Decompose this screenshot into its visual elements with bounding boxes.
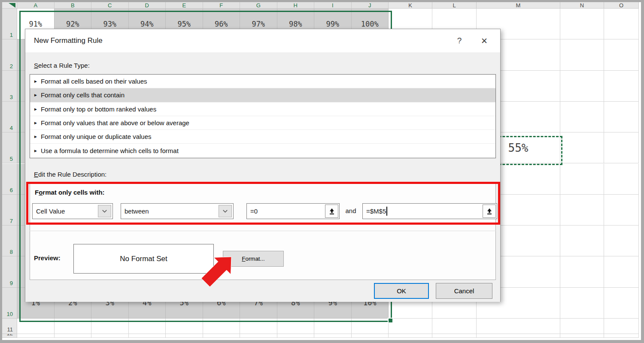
column-header-N[interactable]: N xyxy=(560,2,604,9)
column-header-H[interactable]: H xyxy=(277,2,315,9)
cell-G11[interactable] xyxy=(240,319,277,334)
cell-K11[interactable] xyxy=(389,319,432,334)
row-header-11[interactable]: 11 xyxy=(2,319,17,334)
format-button[interactable]: Format... xyxy=(223,251,284,267)
chevron-down-icon[interactable] xyxy=(219,205,232,217)
chevron-down-icon[interactable] xyxy=(98,205,111,217)
cell-N12[interactable] xyxy=(560,334,604,338)
rule-type-item-4[interactable]: ►Format only unique or duplicate values xyxy=(30,130,495,144)
rule-type-item-3[interactable]: ►Format only values that are above or be… xyxy=(30,116,495,130)
cell-J12[interactable] xyxy=(352,334,389,338)
cell-H12[interactable] xyxy=(277,334,315,338)
operand-dropdown[interactable]: Cell Value xyxy=(32,203,113,219)
column-header-B[interactable]: B xyxy=(55,2,92,9)
rule-type-item-1[interactable]: ►Format only cells that contain xyxy=(30,88,495,102)
cancel-button[interactable]: Cancel xyxy=(436,283,492,299)
max-value-input[interactable]: =$M$5 xyxy=(362,203,497,219)
min-value-input[interactable]: =0 xyxy=(246,203,340,219)
cell-O12[interactable] xyxy=(604,334,639,338)
select-all-corner[interactable] xyxy=(2,2,17,9)
cell-O8[interactable] xyxy=(604,226,639,256)
cell-F12[interactable] xyxy=(203,334,240,338)
cell-M11[interactable] xyxy=(477,319,560,334)
cell-E12[interactable] xyxy=(166,334,203,338)
cell-D11[interactable] xyxy=(129,319,166,334)
rule-type-item-2[interactable]: ►Format only top or bottom ranked values xyxy=(30,102,495,116)
column-header-L[interactable]: L xyxy=(432,2,477,9)
cell-M12[interactable] xyxy=(477,334,560,338)
cell-I12[interactable] xyxy=(314,334,352,338)
cell-N5[interactable] xyxy=(560,132,604,163)
close-icon[interactable]: ✕ xyxy=(474,34,494,47)
collapse-dialog-icon[interactable] xyxy=(483,205,496,218)
cell-L12[interactable] xyxy=(432,334,477,338)
cell-K12[interactable] xyxy=(389,334,432,338)
row-header-6[interactable]: 6 xyxy=(2,164,17,195)
rule-type-item-0[interactable]: ►Format all cells based on their values xyxy=(30,75,495,88)
row-header-10[interactable]: 10 xyxy=(2,288,17,319)
column-header-M[interactable]: M xyxy=(477,2,560,9)
cell-N6[interactable] xyxy=(560,164,604,195)
cell-E11[interactable] xyxy=(166,319,203,334)
column-header-D[interactable]: D xyxy=(129,2,166,9)
row-header-9[interactable]: 9 xyxy=(2,256,17,287)
row-header-4[interactable]: 4 xyxy=(2,102,17,132)
cell-A11[interactable] xyxy=(17,319,55,334)
operator-dropdown[interactable]: between xyxy=(121,203,234,219)
ok-button[interactable]: OK xyxy=(374,283,429,299)
cell-O3[interactable] xyxy=(604,71,639,102)
cell-N3[interactable] xyxy=(560,71,604,102)
cell-C11[interactable] xyxy=(91,319,129,334)
cell-L11[interactable] xyxy=(432,319,477,334)
row-header-1[interactable]: 1 xyxy=(2,9,17,39)
row-header-8[interactable]: 8 xyxy=(2,226,17,256)
cell-B11[interactable] xyxy=(55,319,92,334)
cell-B12[interactable] xyxy=(55,334,92,338)
cell-O1[interactable] xyxy=(604,9,639,39)
row-header-3[interactable]: 3 xyxy=(2,71,17,102)
cell-O11[interactable] xyxy=(604,319,639,334)
row-header-2[interactable]: 2 xyxy=(2,39,17,70)
rule-type-item-5[interactable]: ►Use a formula to determine which cells … xyxy=(30,144,495,157)
cell-O4[interactable] xyxy=(604,102,639,132)
cell-F11[interactable] xyxy=(203,319,240,334)
cell-O10[interactable] xyxy=(604,288,639,319)
cell-O6[interactable] xyxy=(604,164,639,195)
column-header-G[interactable]: G xyxy=(240,2,277,9)
cell-A12[interactable] xyxy=(17,334,55,338)
column-header-C[interactable]: C xyxy=(91,2,129,9)
column-header-I[interactable]: I xyxy=(314,2,352,9)
cell-I11[interactable] xyxy=(314,319,352,334)
column-header-O[interactable]: O xyxy=(604,2,639,9)
row-header-12[interactable]: 12 xyxy=(2,334,17,338)
column-header-K[interactable]: K xyxy=(389,2,432,9)
cell-O2[interactable] xyxy=(604,39,639,70)
cell-O9[interactable] xyxy=(604,256,639,287)
column-header-E[interactable]: E xyxy=(166,2,203,9)
row-header-5[interactable]: 5 xyxy=(2,132,17,163)
cell-O5[interactable] xyxy=(604,132,639,163)
cell-N4[interactable] xyxy=(560,102,604,132)
rule-type-listbox[interactable]: ►Format all cells based on their values►… xyxy=(30,74,496,158)
row-header-7[interactable]: 7 xyxy=(2,195,17,226)
column-header-A[interactable]: A xyxy=(17,2,55,9)
cell-N10[interactable] xyxy=(560,288,604,319)
cell-O7[interactable] xyxy=(604,195,639,226)
cell-H11[interactable] xyxy=(277,319,315,334)
cell-N11[interactable] xyxy=(560,319,604,334)
cell-G12[interactable] xyxy=(240,334,277,338)
cell-N1[interactable] xyxy=(560,9,604,39)
cell-J11[interactable] xyxy=(352,319,389,334)
collapse-dialog-icon[interactable] xyxy=(325,205,338,218)
cell-N2[interactable] xyxy=(560,39,604,70)
cell-N9[interactable] xyxy=(560,256,604,287)
column-header-J[interactable]: J xyxy=(352,2,389,9)
cell-C12[interactable] xyxy=(91,334,129,338)
column-header-F[interactable]: F xyxy=(203,2,240,9)
cell-N7[interactable] xyxy=(560,195,604,226)
help-button[interactable]: ? xyxy=(450,34,469,47)
fill-handle[interactable] xyxy=(388,318,393,323)
dialog-titlebar: New Formatting Rule ? ✕ xyxy=(25,29,500,52)
cell-N8[interactable] xyxy=(560,226,604,256)
cell-D12[interactable] xyxy=(129,334,166,338)
